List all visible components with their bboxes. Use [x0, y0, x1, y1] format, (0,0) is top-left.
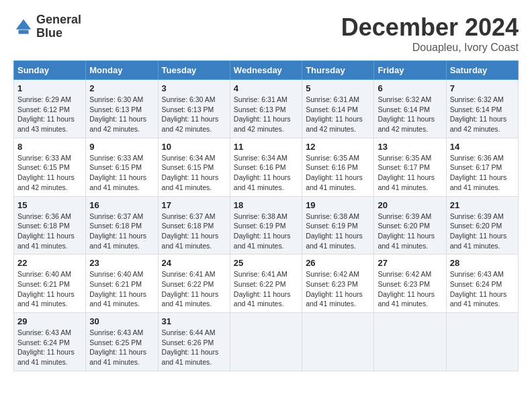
- day-info: Sunrise: 6:36 AMSunset: 6:17 PMDaylight:…: [450, 154, 507, 191]
- day-info: Sunrise: 6:32 AMSunset: 6:14 PMDaylight:…: [378, 95, 435, 133]
- day-number: 21: [450, 200, 515, 210]
- svg-marker-1: [16, 19, 32, 30]
- day-info: Sunrise: 6:35 AMSunset: 6:17 PMDaylight:…: [378, 154, 435, 191]
- day-info: Sunrise: 6:42 AMSunset: 6:23 PMDaylight:…: [306, 270, 363, 308]
- calendar-day-cell: 5 Sunrise: 6:31 AMSunset: 6:14 PMDayligh…: [302, 80, 374, 138]
- day-info: Sunrise: 6:29 AMSunset: 6:12 PMDaylight:…: [17, 95, 75, 133]
- calendar-day-cell: 23 Sunrise: 6:40 AMSunset: 6:21 PMDaylig…: [86, 255, 158, 313]
- day-number: 27: [378, 258, 442, 268]
- day-info: Sunrise: 6:43 AMSunset: 6:25 PMDaylight:…: [89, 328, 146, 366]
- header-day: Saturday: [446, 61, 518, 80]
- calendar-day-cell: 16 Sunrise: 6:37 AMSunset: 6:18 PMDaylig…: [86, 196, 158, 255]
- calendar-day-cell: 15 Sunrise: 6:36 AMSunset: 6:18 PMDaylig…: [14, 196, 86, 255]
- day-number: 20: [378, 200, 442, 210]
- calendar-day-cell: 11 Sunrise: 6:34 AMSunset: 6:16 PMDaylig…: [230, 138, 302, 196]
- day-number: 14: [450, 142, 515, 152]
- day-number: 1: [17, 83, 82, 93]
- location: Douapleu, Ivory Coast: [341, 42, 519, 54]
- logo: General Blue: [13, 13, 81, 40]
- day-info: Sunrise: 6:40 AMSunset: 6:21 PMDaylight:…: [17, 270, 75, 308]
- header-day: Thursday: [302, 61, 374, 80]
- day-info: Sunrise: 6:39 AMSunset: 6:20 PMDaylight:…: [450, 212, 507, 250]
- day-info: Sunrise: 6:37 AMSunset: 6:18 PMDaylight:…: [162, 212, 219, 250]
- day-info: Sunrise: 6:37 AMSunset: 6:18 PMDaylight:…: [89, 212, 146, 250]
- calendar-week-row: 8 Sunrise: 6:33 AMSunset: 6:15 PMDayligh…: [14, 138, 519, 196]
- calendar-day-cell: 6 Sunrise: 6:32 AMSunset: 6:14 PMDayligh…: [374, 80, 446, 138]
- calendar-day-cell: 21 Sunrise: 6:39 AMSunset: 6:20 PMDaylig…: [446, 196, 518, 255]
- calendar-day-cell: 18 Sunrise: 6:38 AMSunset: 6:19 PMDaylig…: [230, 196, 302, 255]
- calendar-day-cell: 9 Sunrise: 6:33 AMSunset: 6:15 PMDayligh…: [86, 138, 158, 196]
- header-day: Friday: [374, 61, 446, 80]
- calendar-day-cell: 10 Sunrise: 6:34 AMSunset: 6:15 PMDaylig…: [158, 138, 230, 196]
- calendar-day-cell: 30 Sunrise: 6:43 AMSunset: 6:25 PMDaylig…: [86, 313, 158, 371]
- day-number: 24: [162, 258, 226, 268]
- day-number: 6: [378, 83, 442, 93]
- calendar-day-cell: 20 Sunrise: 6:39 AMSunset: 6:20 PMDaylig…: [374, 196, 446, 255]
- calendar-day-cell: 1 Sunrise: 6:29 AMSunset: 6:12 PMDayligh…: [14, 80, 86, 138]
- day-info: Sunrise: 6:31 AMSunset: 6:14 PMDaylight:…: [306, 95, 363, 133]
- logo-icon: [13, 17, 34, 37]
- calendar-day-cell: 19 Sunrise: 6:38 AMSunset: 6:19 PMDaylig…: [302, 196, 374, 255]
- page-header: General Blue December 2024 Douapleu, Ivo…: [13, 13, 519, 54]
- day-info: Sunrise: 6:44 AMSunset: 6:26 PMDaylight:…: [162, 328, 219, 366]
- day-number: 12: [306, 142, 370, 152]
- day-info: Sunrise: 6:38 AMSunset: 6:19 PMDaylight:…: [234, 212, 291, 250]
- day-number: 18: [234, 200, 298, 210]
- day-info: Sunrise: 6:35 AMSunset: 6:16 PMDaylight:…: [306, 154, 363, 191]
- day-info: Sunrise: 6:41 AMSunset: 6:22 PMDaylight:…: [162, 270, 219, 308]
- day-info: Sunrise: 6:41 AMSunset: 6:22 PMDaylight:…: [234, 270, 291, 308]
- day-number: 31: [162, 316, 226, 326]
- header-day: Wednesday: [230, 61, 302, 80]
- calendar-day-cell: 29 Sunrise: 6:43 AMSunset: 6:24 PMDaylig…: [14, 313, 86, 371]
- calendar-day-cell: 14 Sunrise: 6:36 AMSunset: 6:17 PMDaylig…: [446, 138, 518, 196]
- day-number: 5: [306, 83, 370, 93]
- calendar-day-cell: 17 Sunrise: 6:37 AMSunset: 6:18 PMDaylig…: [158, 196, 230, 255]
- day-number: 13: [378, 142, 442, 152]
- calendar-day-cell: 27 Sunrise: 6:42 AMSunset: 6:23 PMDaylig…: [374, 255, 446, 313]
- day-number: 3: [162, 83, 226, 93]
- day-info: Sunrise: 6:42 AMSunset: 6:23 PMDaylight:…: [378, 270, 435, 308]
- day-number: 19: [306, 200, 370, 210]
- day-number: 22: [17, 258, 82, 268]
- header-day: Tuesday: [158, 61, 230, 80]
- calendar-day-cell: 13 Sunrise: 6:35 AMSunset: 6:17 PMDaylig…: [374, 138, 446, 196]
- day-number: 16: [89, 200, 154, 210]
- day-number: 29: [17, 316, 82, 326]
- day-info: Sunrise: 6:33 AMSunset: 6:15 PMDaylight:…: [17, 154, 75, 191]
- calendar-day-cell: 12 Sunrise: 6:35 AMSunset: 6:16 PMDaylig…: [302, 138, 374, 196]
- header-day: Monday: [86, 61, 158, 80]
- day-number: 17: [162, 200, 226, 210]
- day-info: Sunrise: 6:31 AMSunset: 6:13 PMDaylight:…: [234, 95, 291, 133]
- day-number: 10: [162, 142, 226, 152]
- day-number: 23: [89, 258, 154, 268]
- day-number: 26: [306, 258, 370, 268]
- calendar-day-cell: 26 Sunrise: 6:42 AMSunset: 6:23 PMDaylig…: [302, 255, 374, 313]
- day-number: 4: [234, 83, 298, 93]
- day-info: Sunrise: 6:34 AMSunset: 6:15 PMDaylight:…: [162, 154, 219, 191]
- day-info: Sunrise: 6:38 AMSunset: 6:19 PMDaylight:…: [306, 212, 363, 250]
- day-number: 15: [17, 200, 82, 210]
- logo-text: General Blue: [36, 13, 81, 40]
- svg-rect-2: [19, 30, 29, 34]
- day-info: Sunrise: 6:43 AMSunset: 6:24 PMDaylight:…: [450, 270, 507, 308]
- calendar-week-row: 15 Sunrise: 6:36 AMSunset: 6:18 PMDaylig…: [14, 196, 519, 255]
- header-row: SundayMondayTuesdayWednesdayThursdayFrid…: [14, 61, 519, 80]
- day-info: Sunrise: 6:36 AMSunset: 6:18 PMDaylight:…: [17, 212, 75, 250]
- calendar-day-cell: 2 Sunrise: 6:30 AMSunset: 6:13 PMDayligh…: [86, 80, 158, 138]
- day-number: 25: [234, 258, 298, 268]
- calendar-day-cell: [302, 313, 374, 371]
- day-number: 9: [89, 142, 154, 152]
- day-number: 7: [450, 83, 515, 93]
- calendar-day-cell: 24 Sunrise: 6:41 AMSunset: 6:22 PMDaylig…: [158, 255, 230, 313]
- calendar-day-cell: [230, 313, 302, 371]
- day-info: Sunrise: 6:40 AMSunset: 6:21 PMDaylight:…: [89, 270, 146, 308]
- header-day: Sunday: [14, 61, 86, 80]
- day-number: 28: [450, 258, 515, 268]
- day-number: 30: [89, 316, 154, 326]
- calendar-day-cell: 25 Sunrise: 6:41 AMSunset: 6:22 PMDaylig…: [230, 255, 302, 313]
- calendar-day-cell: 8 Sunrise: 6:33 AMSunset: 6:15 PMDayligh…: [14, 138, 86, 196]
- title-block: December 2024 Douapleu, Ivory Coast: [341, 13, 519, 54]
- day-number: 2: [89, 83, 154, 93]
- day-info: Sunrise: 6:39 AMSunset: 6:20 PMDaylight:…: [378, 212, 435, 250]
- day-info: Sunrise: 6:43 AMSunset: 6:24 PMDaylight:…: [17, 328, 75, 366]
